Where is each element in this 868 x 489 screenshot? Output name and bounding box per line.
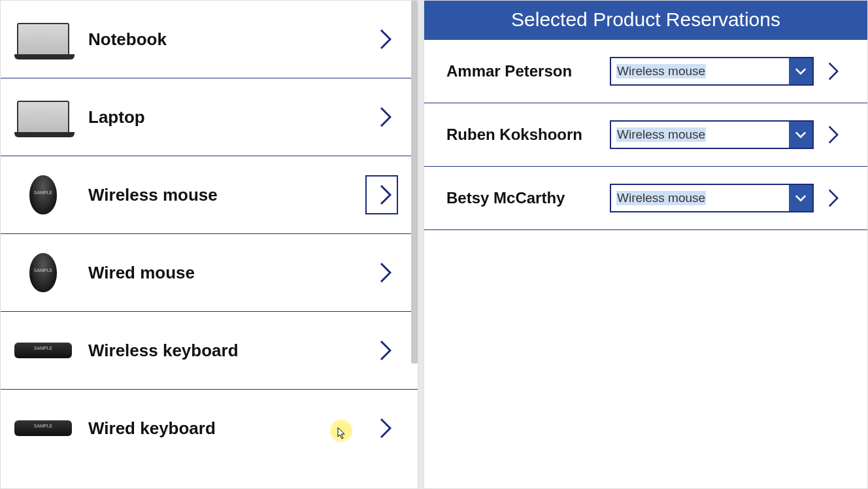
- product-name: Wired mouse: [88, 263, 365, 283]
- chevron-right-icon: [828, 125, 839, 144]
- product-thumb-wired-keyboard: SAMPLE: [14, 405, 73, 451]
- product-row[interactable]: SAMPLE Wired mouse: [1, 234, 418, 312]
- chevron-right-icon: [828, 188, 839, 208]
- reservation-open-button[interactable]: [824, 61, 843, 81]
- chevron-right-icon: [828, 61, 839, 81]
- chevron-right-icon: [380, 418, 392, 439]
- scrollbar-thumb[interactable]: [411, 1, 418, 363]
- chevron-right-icon: [380, 340, 392, 361]
- reservation-product-select[interactable]: Wireless mouse: [610, 184, 814, 212]
- product-list-panel: SAMPLE Notebook SAMPLE Laptop SAMPLE: [0, 0, 418, 489]
- product-name: Wireless mouse: [88, 185, 365, 205]
- chevron-right-icon: [380, 29, 392, 50]
- select-arrow-button[interactable]: [789, 122, 812, 148]
- product-row[interactable]: SAMPLE Wireless mouse: [1, 156, 418, 234]
- product-thumb-wired-mouse: SAMPLE: [14, 250, 73, 295]
- chevron-right-icon: [380, 262, 392, 283]
- select-value[interactable]: Wireless mouse: [611, 58, 789, 84]
- chevron-right-icon: [380, 107, 392, 127]
- product-row[interactable]: SAMPLE Laptop: [1, 78, 418, 156]
- reservations-header: Selected Product Reservations: [424, 1, 867, 40]
- product-open-button[interactable]: [365, 97, 398, 137]
- reservation-name: Ruben Kokshoorn: [446, 126, 610, 144]
- select-arrow-button[interactable]: [789, 58, 812, 84]
- product-row[interactable]: SAMPLE Wired keyboard: [1, 390, 418, 467]
- reservations-panel: Selected Product Reservations Ammar Pete…: [424, 0, 868, 489]
- reservation-product-select[interactable]: Wireless mouse: [610, 120, 814, 149]
- chevron-right-icon: [380, 184, 392, 205]
- product-open-button[interactable]: [365, 20, 398, 59]
- select-value[interactable]: Wireless mouse: [611, 185, 789, 211]
- product-row[interactable]: SAMPLE Notebook: [1, 1, 418, 78]
- product-thumb-laptop: SAMPLE: [14, 94, 73, 140]
- product-name: Laptop: [88, 107, 365, 127]
- select-value[interactable]: Wireless mouse: [611, 122, 789, 148]
- reservation-product-select[interactable]: Wireless mouse: [610, 57, 814, 86]
- product-name: Notebook: [88, 29, 365, 50]
- product-row[interactable]: SAMPLE Wireless keyboard: [1, 312, 418, 390]
- product-thumb-notebook: SAMPLE: [14, 16, 73, 62]
- select-arrow-button[interactable]: [789, 185, 812, 211]
- reservation-open-button[interactable]: [824, 125, 843, 144]
- chevron-down-icon: [795, 67, 807, 75]
- product-thumb-wireless-mouse: SAMPLE: [14, 172, 73, 218]
- product-open-button[interactable]: [365, 331, 398, 370]
- product-open-button[interactable]: [365, 175, 398, 214]
- chevron-down-icon: [795, 131, 807, 139]
- reservation-row: Ammar Peterson Wireless mouse: [424, 40, 867, 103]
- chevron-down-icon: [795, 194, 807, 202]
- reservation-row: Betsy McCarthy Wireless mouse: [424, 167, 867, 230]
- reservation-name: Betsy McCarthy: [446, 189, 610, 207]
- product-open-button[interactable]: [365, 253, 398, 292]
- product-name: Wired keyboard: [88, 418, 365, 439]
- product-thumb-wireless-keyboard: SAMPLE: [14, 328, 73, 373]
- reservation-row: Ruben Kokshoorn Wireless mouse: [424, 103, 867, 167]
- reservation-open-button[interactable]: [824, 188, 843, 208]
- reservation-name: Ammar Peterson: [446, 62, 610, 80]
- product-open-button[interactable]: [365, 409, 398, 448]
- product-name: Wireless keyboard: [88, 341, 365, 361]
